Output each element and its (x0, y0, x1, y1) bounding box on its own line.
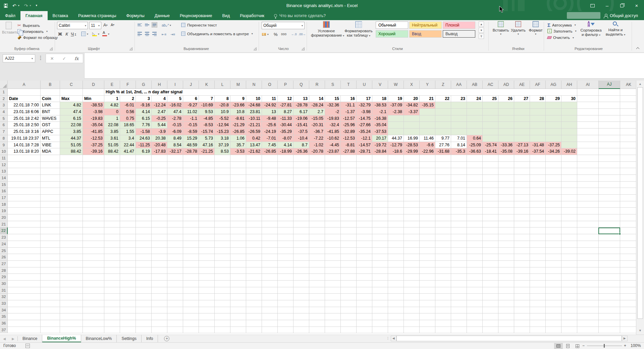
copy-button[interactable]: Копировать (17, 29, 48, 34)
cell-AD15[interactable] (498, 182, 514, 188)
cell-AD28[interactable] (498, 267, 514, 274)
cell-AE16[interactable] (514, 188, 530, 195)
clipboard-dialog-launcher[interactable] (50, 47, 53, 50)
cell-G16[interactable] (136, 188, 152, 195)
increase-indent-icon[interactable]: ⇥≡ (170, 31, 175, 38)
cell-C10[interactable]: 88.42 (60, 148, 83, 155)
cell-AA14[interactable] (451, 175, 467, 182)
cell-R26[interactable] (309, 254, 325, 261)
cell-M12[interactable] (230, 162, 246, 168)
cell-AF27[interactable] (530, 261, 546, 267)
cell-K2[interactable]: 7 (199, 96, 215, 102)
cell-X22[interactable] (404, 228, 420, 234)
cell-A1[interactable] (8, 89, 41, 96)
cell-AK35[interactable] (620, 313, 636, 320)
cell-C12[interactable] (60, 162, 83, 168)
font-size-select[interactable]: 11▾ (89, 22, 101, 29)
cell-AI3[interactable] (577, 102, 599, 109)
cell-style-chip[interactable]: Обычный (376, 21, 408, 29)
cell-AB22[interactable] (467, 228, 483, 234)
cell-AF10[interactable]: -37.54 (530, 148, 546, 155)
cell-D9[interactable]: -37.25 (83, 142, 104, 149)
cell-I28[interactable] (167, 267, 183, 274)
cell-H31[interactable] (152, 287, 167, 294)
cell-H23[interactable] (152, 234, 167, 241)
cell-P37[interactable] (278, 327, 293, 334)
cell-Q14[interactable] (293, 175, 309, 182)
cell-AJ25[interactable] (599, 248, 620, 254)
cell-I23[interactable] (167, 234, 183, 241)
cell-O37[interactable] (262, 327, 278, 334)
cell-W20[interactable] (388, 214, 404, 221)
cell-G5[interactable]: 6.15 (136, 115, 152, 122)
cell-AG25[interactable] (546, 248, 561, 254)
cell-Q31[interactable] (293, 287, 309, 294)
cell-I31[interactable] (167, 287, 183, 294)
cell-G26[interactable] (136, 254, 152, 261)
column-header-S[interactable]: S (325, 81, 341, 89)
align-top-icon[interactable] (137, 22, 143, 28)
cell-J9[interactable]: 48.59 (183, 142, 199, 149)
cell-D37[interactable] (83, 327, 104, 334)
cell-P28[interactable] (278, 267, 293, 274)
cell-S17[interactable] (325, 195, 341, 201)
cell-H21[interactable] (152, 221, 167, 228)
decrease-decimal-icon[interactable]: .00→ (299, 31, 306, 38)
cell-S8[interactable]: -10.62 (325, 135, 341, 142)
cell-F33[interactable] (120, 300, 136, 307)
cell-AG12[interactable] (546, 162, 561, 168)
cell-W5[interactable] (388, 115, 404, 122)
cell-G21[interactable] (136, 221, 152, 228)
cell-M31[interactable] (230, 287, 246, 294)
cell-M15[interactable] (230, 182, 246, 188)
cell-AG3[interactable] (546, 102, 561, 109)
cell-Y11[interactable] (420, 155, 435, 162)
row-header-4[interactable]: 4 (0, 109, 8, 115)
row-header-25[interactable]: 25 (0, 248, 8, 254)
cell-C30[interactable] (60, 281, 83, 287)
cell-L36[interactable] (215, 320, 230, 327)
cell-AD27[interactable] (498, 261, 514, 267)
cell-N30[interactable] (246, 281, 262, 287)
cell-AD3[interactable] (498, 102, 514, 109)
column-header-AA[interactable]: AA (451, 81, 467, 89)
cell-Z11[interactable] (435, 155, 451, 162)
cell-R15[interactable] (309, 182, 325, 188)
cell-AC34[interactable] (483, 307, 498, 314)
cell-Y27[interactable] (420, 261, 435, 267)
cell-AG32[interactable] (546, 294, 561, 300)
cell-W14[interactable] (388, 175, 404, 182)
cell-Y23[interactable] (420, 234, 435, 241)
cell-AC18[interactable] (483, 201, 498, 208)
cell-Y29[interactable] (420, 274, 435, 281)
cell-AH2[interactable]: 30 (561, 96, 577, 102)
cell-N33[interactable] (246, 300, 262, 307)
cell-K8[interactable]: 5.73 (199, 135, 215, 142)
cell-Y20[interactable] (420, 214, 435, 221)
cell-AB15[interactable] (467, 182, 483, 188)
column-header-AG[interactable]: AG (546, 81, 561, 89)
cell-AH18[interactable] (561, 201, 577, 208)
cell-AF35[interactable] (530, 313, 546, 320)
cell-D8[interactable]: -12.53 (83, 135, 104, 142)
cell-F6[interactable]: 18.65 (120, 122, 136, 129)
cell-J14[interactable] (183, 175, 199, 182)
cell-AI16[interactable] (577, 188, 599, 195)
cell-G35[interactable] (136, 313, 152, 320)
cell-Y33[interactable] (420, 300, 435, 307)
cell-A18[interactable] (8, 201, 41, 208)
cell-AD33[interactable] (498, 300, 514, 307)
cell-Z6[interactable] (435, 122, 451, 129)
cell-X2[interactable]: 20 (404, 96, 420, 102)
cell-AE35[interactable] (514, 313, 530, 320)
cell-AK36[interactable] (620, 320, 636, 327)
column-header-P[interactable]: P (278, 81, 293, 89)
cell-AA29[interactable] (451, 274, 467, 281)
cell-E33[interactable] (104, 300, 120, 307)
cell-U28[interactable] (357, 267, 372, 274)
cell-M21[interactable] (230, 221, 246, 228)
cell-S15[interactable] (325, 182, 341, 188)
cell-AD20[interactable] (498, 214, 514, 221)
cell-K22[interactable] (199, 228, 215, 234)
cell-AD9[interactable]: -33.36 (498, 142, 514, 149)
